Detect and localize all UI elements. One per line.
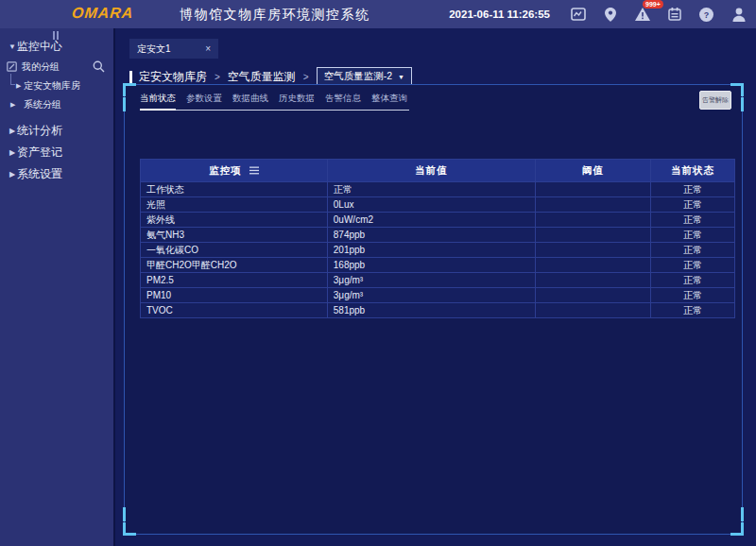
table-row[interactable]: 氨气NH3 874ppb 正常 (141, 227, 734, 242)
tab-overall-query[interactable]: 整体查询 (371, 93, 407, 105)
column-header-current-value: 当前值 (328, 160, 536, 181)
sidebar-menu: ▼ 监控中心 我的分组 ▶ 定安文物库房 ▶ 系统分组 ▶ 统计分析 ▶ (0, 36, 113, 185)
sidebar-item-dingan-storeroom[interactable]: ▶ 定安文物库房 (0, 77, 113, 94)
sidebar-item-monitor-center[interactable]: ▼ 监控中心 (0, 36, 113, 57)
column-header-current-status: 当前状态 (651, 160, 734, 181)
breadcrumb-accent-bar (129, 71, 132, 83)
breadcrumb: 定安文物库房 > 空气质量监测 > 空气质量监测-2 ▼ (129, 67, 412, 86)
sidebar: ▼ 监控中心 我的分组 ▶ 定安文物库房 ▶ 系统分组 ▶ 统计分析 ▶ (0, 28, 113, 546)
cell-value: 0Lux (328, 197, 536, 212)
cell-threshold (536, 273, 651, 287)
screens-icon[interactable] (570, 7, 586, 23)
sidebar-item-label: 统计分析 (17, 123, 62, 139)
cell-status: 正常 (651, 258, 734, 272)
device-selector-dropdown[interactable]: 空气质量监测-2 ▼ (317, 67, 412, 86)
table-row[interactable]: 工作状态 正常 正常 (141, 181, 734, 196)
table-header-row: 监控项 当前值 阈值 当前状态 (141, 160, 734, 181)
cell-threshold (536, 243, 651, 257)
alarm-count-badge: 999+ (643, 0, 663, 9)
alarm-icon[interactable]: 999+ (634, 7, 650, 23)
cell-item: PM2.5 (141, 273, 328, 287)
alarm-clear-button[interactable]: 告警解除 (699, 91, 731, 110)
cell-threshold (536, 228, 651, 242)
caret-right-icon: ▶ (9, 127, 15, 135)
caret-right-icon: ▶ (9, 148, 15, 157)
tree-elbow-line (10, 74, 15, 85)
caret-down-icon: ▼ (398, 74, 404, 80)
user-icon[interactable] (730, 7, 747, 23)
group-edit-icon (7, 61, 17, 74)
monitor-table: 监控项 当前值 阈值 当前状态 工作状态 正常 正常 光照 0Lux 正常 (140, 159, 735, 318)
close-icon[interactable]: × (205, 44, 211, 54)
breadcrumb-item-storeroom[interactable]: 定安文物库房 (139, 69, 207, 85)
cell-item: 工作状态 (141, 182, 328, 196)
sidebar-item-system-settings[interactable]: ▶ 系统设置 (0, 163, 113, 185)
cell-item: 一氧化碳CO (141, 243, 328, 257)
topbar-actions: 2021-06-11 11:26:55 999+ ? (449, 0, 747, 28)
frame-corner-accent (123, 522, 136, 536)
column-header-item[interactable]: 监控项 (141, 160, 328, 181)
caret-right-icon: ▶ (10, 101, 15, 109)
sidebar-item-asset-register[interactable]: ▶ 资产登记 (0, 142, 113, 163)
cell-value: 3μg/m³ (328, 288, 536, 302)
location-icon[interactable] (602, 7, 618, 23)
frame-edge-accent (123, 507, 126, 521)
caret-right-icon: ▶ (16, 82, 21, 90)
cell-item: 甲醛CH2O甲醛CH2O (141, 258, 328, 272)
sidebar-item-statistics[interactable]: ▶ 统计分析 (0, 119, 113, 142)
sidebar-item-label: 系统分组 (24, 98, 61, 111)
app-title: 博物馆文物库房环境测控系统 (180, 7, 370, 24)
cell-item: 光照 (141, 197, 328, 212)
cell-value: 581ppb (328, 303, 536, 317)
cell-status: 正常 (651, 288, 734, 302)
cell-value: 201ppb (328, 243, 536, 257)
tab-label: 定安文1 (137, 43, 171, 56)
cell-value: 正常 (328, 182, 536, 196)
chevron-right-separator: > (215, 72, 220, 82)
sidebar-item-system-groups[interactable]: ▶ 系统分组 (0, 94, 113, 115)
cell-value: 3μg/m³ (328, 273, 536, 287)
table-row[interactable]: PM10 3μg/m³ 正常 (141, 287, 734, 302)
tab-alarm-info[interactable]: 告警信息 (325, 93, 361, 105)
tab-history-data[interactable]: 历史数据 (279, 93, 315, 105)
table-row[interactable]: 甲醛CH2O甲醛CH2O 168ppb 正常 (141, 257, 734, 272)
open-document-tab[interactable]: 定安文1 × (129, 39, 218, 59)
cell-item: 紫外线 (141, 213, 328, 227)
sidebar-item-label: 系统设置 (17, 166, 62, 182)
list-menu-icon[interactable] (249, 166, 259, 175)
help-icon[interactable]: ? (698, 7, 714, 23)
table-row[interactable]: TVOC 581ppb 正常 (141, 302, 734, 317)
top-bar: OMARA 博物馆文物库房环境测控系统 2021-06-11 11:26:55 … (0, 0, 756, 28)
frame-corner-accent (123, 83, 136, 96)
table-row[interactable]: 一氧化碳CO 201ppb 正常 (141, 242, 734, 257)
table-row[interactable]: 紫外线 0uW/cm2 正常 (141, 212, 734, 227)
sidebar-item-label: 资产登记 (17, 145, 62, 161)
cell-status: 正常 (651, 213, 734, 227)
cell-value: 0uW/cm2 (328, 213, 536, 227)
monitor-panel: 当前状态 参数设置 数据曲线 历史数据 告警信息 整体查询 告警解除 监控项 当… (124, 84, 743, 535)
breadcrumb-item-air-quality[interactable]: 空气质量监测 (228, 69, 296, 85)
tab-parameter-settings[interactable]: 参数设置 (186, 93, 222, 105)
cell-threshold (536, 288, 651, 302)
frame-edge-accent (741, 97, 744, 111)
cell-status: 正常 (651, 273, 734, 287)
svg-text:?: ? (704, 10, 710, 20)
frame-edge-accent (123, 97, 126, 111)
cell-status: 正常 (651, 182, 734, 196)
cell-threshold (536, 197, 651, 212)
table-row[interactable]: PM2.5 3μg/m³ 正常 (141, 272, 734, 287)
search-icon[interactable] (93, 60, 105, 75)
cell-status: 正常 (651, 243, 734, 257)
clipboard-icon[interactable] (666, 7, 682, 23)
sidebar-item-label: 我的分组 (22, 60, 60, 74)
cell-status: 正常 (651, 228, 734, 242)
tab-data-curve[interactable]: 数据曲线 (232, 93, 268, 105)
chevron-right-separator: > (303, 72, 309, 82)
table-row[interactable]: 光照 0Lux 正常 (141, 196, 734, 212)
datetime-display: 2021-06-11 11:26:55 (449, 9, 550, 20)
sidebar-item-label: 监控中心 (17, 39, 62, 55)
sidebar-item-my-groups[interactable]: 我的分组 (0, 57, 113, 77)
tab-current-status[interactable]: 当前状态 (140, 93, 176, 105)
cell-status: 正常 (651, 303, 734, 317)
cell-status: 正常 (651, 197, 734, 212)
